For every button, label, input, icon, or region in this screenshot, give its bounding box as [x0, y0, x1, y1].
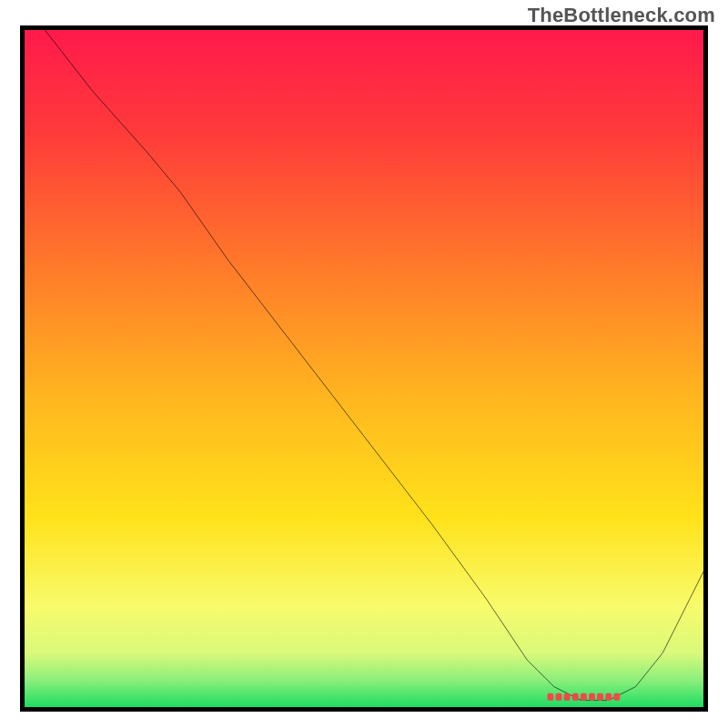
svg-rect-7: [605, 693, 612, 701]
svg-rect-2: [564, 693, 571, 701]
svg-rect-0: [547, 693, 553, 701]
svg-rect-5: [589, 693, 595, 701]
plot-border: [20, 25, 708, 712]
chart-frame: TheBottleneck.com: [0, 0, 728, 728]
svg-rect-6: [597, 693, 603, 701]
svg-rect-1: [556, 693, 562, 701]
svg-rect-4: [581, 693, 587, 701]
svg-rect-8: [613, 693, 620, 701]
bottleneck-chart: [25, 30, 703, 707]
gradient-background: [25, 30, 703, 707]
svg-rect-3: [572, 693, 579, 701]
optimal-marker: [547, 693, 620, 701]
watermark-text: TheBottleneck.com: [528, 4, 715, 27]
